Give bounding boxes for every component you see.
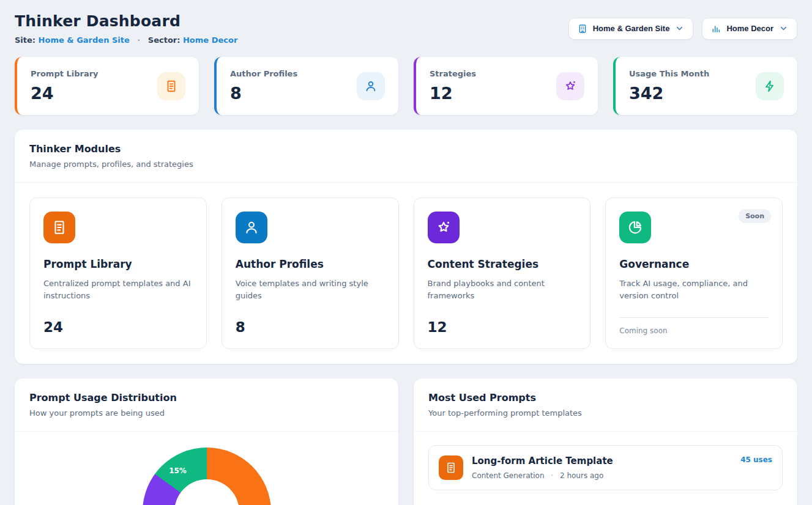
stat-label: Strategies bbox=[430, 69, 476, 78]
soon-badge: Soon bbox=[739, 209, 771, 223]
prompts-card-header: Most Used Prompts Your top-performing pr… bbox=[414, 378, 797, 432]
usage-card-header: Prompt Usage Distribution How your promp… bbox=[15, 378, 398, 432]
module-title: Governance bbox=[619, 258, 769, 270]
module-description: Brand playbooks and content frameworks bbox=[428, 278, 577, 302]
module-count: 12 bbox=[428, 319, 577, 335]
stat-value: 12 bbox=[430, 84, 476, 103]
prompt-item-time: 2 hours ago bbox=[560, 471, 603, 480]
module-title: Prompt Library bbox=[43, 258, 193, 270]
document-icon bbox=[157, 72, 185, 100]
modules-grid: Prompt Library Centralized prompt templa… bbox=[15, 183, 797, 364]
prompt-item-text: Long-form Article Template Content Gener… bbox=[472, 455, 613, 480]
stat-text: Prompt Library 24 bbox=[31, 69, 99, 103]
module-card-content-strategies[interactable]: Content Strategies Brand playbooks and c… bbox=[414, 197, 591, 349]
module-divider bbox=[619, 317, 769, 318]
stat-card-author-profiles: Author Profiles 8 bbox=[214, 57, 398, 115]
breadcrumb: Site: Home & Garden Site · Sector: Home … bbox=[15, 35, 237, 45]
star-icon bbox=[428, 212, 460, 243]
stat-label: Usage This Month bbox=[629, 69, 709, 78]
stat-text: Usage This Month 342 bbox=[629, 69, 709, 103]
page-header: Thinker Dashboard Site: Home & Garden Si… bbox=[15, 12, 797, 45]
header-selectors: Home & Garden Site Home Decor bbox=[568, 18, 797, 40]
pie-chart-icon bbox=[619, 212, 651, 243]
donut-chart: 15% bbox=[143, 448, 271, 505]
module-card-prompt-library[interactable]: Prompt Library Centralized prompt templa… bbox=[29, 197, 207, 349]
module-description: Track AI usage, compliance, and version … bbox=[619, 278, 769, 302]
sector-selector-dropdown[interactable]: Home Decor bbox=[702, 18, 797, 40]
chevron-down-icon bbox=[779, 24, 788, 33]
most-used-prompts-card: Most Used Prompts Your top-performing pr… bbox=[414, 378, 797, 505]
module-count: 24 bbox=[43, 319, 193, 335]
module-description: Voice templates and writing style guides bbox=[236, 278, 385, 302]
stat-text: Author Profiles 8 bbox=[230, 69, 297, 103]
header-left: Thinker Dashboard Site: Home & Garden Si… bbox=[15, 12, 237, 45]
lightning-icon bbox=[756, 72, 784, 100]
module-description: Centralized prompt templates and AI inst… bbox=[43, 278, 193, 302]
usage-card-title: Prompt Usage Distribution bbox=[29, 392, 384, 404]
modules-title: Thinker Modules bbox=[29, 143, 783, 155]
breadcrumb-separator: · bbox=[137, 35, 140, 45]
stat-value: 24 bbox=[31, 84, 99, 103]
module-title: Content Strategies bbox=[428, 258, 577, 270]
stat-label: Author Profiles bbox=[230, 69, 297, 78]
sector-label: Sector: bbox=[148, 35, 181, 45]
prompt-item-uses-badge: 45 uses bbox=[740, 455, 772, 464]
prompts-card-subtitle: Your top-performing prompt templates bbox=[428, 408, 783, 418]
stats-row: Prompt Library 24 Author Profiles 8 Stra… bbox=[15, 57, 797, 115]
dashboard-page: Thinker Dashboard Site: Home & Garden Si… bbox=[0, 0, 812, 505]
site-selector-label: Home & Garden Site bbox=[593, 24, 670, 33]
site-selector-dropdown[interactable]: Home & Garden Site bbox=[568, 18, 694, 40]
sector-link[interactable]: Home Decor bbox=[183, 35, 237, 45]
stat-value: 8 bbox=[230, 84, 297, 103]
coming-soon-text: Coming soon bbox=[619, 326, 769, 335]
page-title: Thinker Dashboard bbox=[15, 12, 237, 30]
prompt-item-category: Content Generation bbox=[472, 471, 544, 480]
module-title: Author Profiles bbox=[236, 258, 385, 270]
bar-chart-icon bbox=[711, 24, 721, 34]
prompt-item-meta: Content Generation · 2 hours ago bbox=[472, 471, 613, 480]
module-card-author-profiles[interactable]: Author Profiles Voice templates and writ… bbox=[222, 197, 399, 349]
prompt-list-item[interactable]: Long-form Article Template Content Gener… bbox=[428, 445, 783, 490]
prompt-item-title: Long-form Article Template bbox=[472, 455, 613, 466]
stat-text: Strategies 12 bbox=[430, 69, 476, 103]
person-icon bbox=[236, 212, 267, 243]
usage-card-subtitle: How your prompts are being used bbox=[29, 408, 384, 418]
stat-label: Prompt Library bbox=[31, 69, 99, 78]
building-icon bbox=[578, 24, 587, 34]
donut-segment-label: 15% bbox=[169, 466, 187, 475]
document-icon bbox=[439, 455, 463, 480]
usage-distribution-card: Prompt Usage Distribution How your promp… bbox=[15, 378, 398, 505]
modules-header: Thinker Modules Manage prompts, profiles… bbox=[15, 130, 797, 183]
stat-card-strategies: Strategies 12 bbox=[414, 57, 598, 115]
document-icon bbox=[43, 212, 75, 243]
site-link[interactable]: Home & Garden Site bbox=[39, 35, 130, 45]
prompts-card-title: Most Used Prompts bbox=[428, 392, 783, 404]
meta-separator: · bbox=[551, 471, 553, 480]
sector-selector-label: Home Decor bbox=[726, 24, 773, 33]
chevron-down-icon bbox=[675, 24, 684, 33]
star-icon bbox=[556, 72, 584, 100]
site-label: Site: bbox=[15, 35, 35, 45]
bottom-row: Prompt Usage Distribution How your promp… bbox=[15, 378, 797, 505]
stat-card-prompt-library: Prompt Library 24 bbox=[15, 57, 199, 115]
prompt-list: Long-form Article Template Content Gener… bbox=[414, 432, 797, 504]
module-count: 8 bbox=[236, 319, 385, 335]
thinker-modules-panel: Thinker Modules Manage prompts, profiles… bbox=[15, 130, 797, 364]
person-icon bbox=[357, 72, 385, 100]
modules-subtitle: Manage prompts, profiles, and strategies bbox=[29, 160, 783, 169]
stat-value: 342 bbox=[629, 84, 709, 103]
stat-card-usage: Usage This Month 342 bbox=[613, 57, 797, 115]
module-card-governance[interactable]: Soon Governance Track AI usage, complian… bbox=[605, 197, 783, 349]
